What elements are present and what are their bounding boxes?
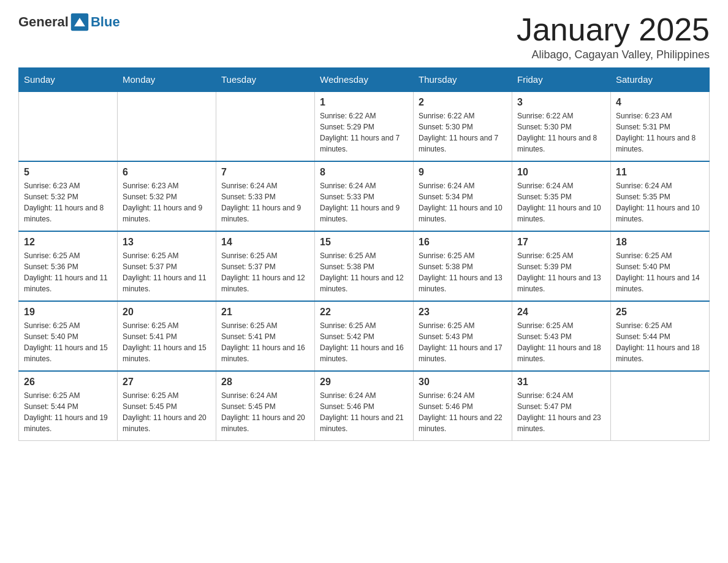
day-info: Sunrise: 6:23 AM Sunset: 5:32 PM Dayligh… — [24, 180, 112, 224]
week-row-3: 12Sunrise: 6:25 AM Sunset: 5:36 PM Dayli… — [19, 231, 710, 301]
day-number: 18 — [616, 237, 704, 248]
day-number: 2 — [419, 97, 507, 108]
logo-blue-text: Blue — [91, 14, 120, 30]
week-row-1: 1Sunrise: 6:22 AM Sunset: 5:29 PM Daylig… — [19, 91, 710, 161]
title-block: January 2025 Alibago, Cagayan Valley, Ph… — [517, 12, 710, 61]
header-thursday: Thursday — [414, 68, 512, 92]
calendar-cell: 1Sunrise: 6:22 AM Sunset: 5:29 PM Daylig… — [315, 91, 414, 161]
page-header: General Blue January 2025 Alibago, Cagay… — [18, 12, 710, 61]
day-info: Sunrise: 6:25 AM Sunset: 5:41 PM Dayligh… — [123, 320, 211, 364]
day-info: Sunrise: 6:25 AM Sunset: 5:43 PM Dayligh… — [517, 320, 605, 364]
day-info: Sunrise: 6:24 AM Sunset: 5:46 PM Dayligh… — [320, 390, 408, 434]
day-info: Sunrise: 6:22 AM Sunset: 5:29 PM Dayligh… — [320, 110, 408, 155]
calendar-cell: 25Sunrise: 6:25 AM Sunset: 5:44 PM Dayli… — [611, 301, 710, 371]
calendar-table: SundayMondayTuesdayWednesdayThursdayFrid… — [18, 67, 710, 441]
calendar-cell: 10Sunrise: 6:24 AM Sunset: 5:35 PM Dayli… — [512, 161, 611, 231]
day-info: Sunrise: 6:24 AM Sunset: 5:33 PM Dayligh… — [221, 180, 309, 224]
day-number: 25 — [616, 307, 704, 318]
day-number: 29 — [320, 377, 408, 388]
logo: General Blue — [18, 12, 120, 32]
day-info: Sunrise: 6:24 AM Sunset: 5:46 PM Dayligh… — [419, 390, 507, 434]
day-info: Sunrise: 6:25 AM Sunset: 5:43 PM Dayligh… — [419, 320, 507, 364]
calendar-cell: 28Sunrise: 6:24 AM Sunset: 5:45 PM Dayli… — [216, 371, 315, 441]
logo-general-text: General — [18, 14, 69, 30]
day-number: 23 — [419, 307, 507, 318]
logo-icon — [70, 12, 89, 32]
day-number: 19 — [24, 307, 112, 318]
day-number: 17 — [517, 237, 605, 248]
header-friday: Friday — [512, 68, 611, 92]
calendar-cell: 14Sunrise: 6:25 AM Sunset: 5:37 PM Dayli… — [216, 231, 315, 301]
header-tuesday: Tuesday — [216, 68, 315, 92]
header-sunday: Sunday — [19, 68, 118, 92]
day-info: Sunrise: 6:25 AM Sunset: 5:36 PM Dayligh… — [24, 250, 112, 294]
week-row-4: 19Sunrise: 6:25 AM Sunset: 5:40 PM Dayli… — [19, 301, 710, 371]
calendar-cell: 23Sunrise: 6:25 AM Sunset: 5:43 PM Dayli… — [414, 301, 512, 371]
calendar-cell: 15Sunrise: 6:25 AM Sunset: 5:38 PM Dayli… — [315, 231, 414, 301]
day-number: 27 — [123, 377, 211, 388]
day-info: Sunrise: 6:25 AM Sunset: 5:44 PM Dayligh… — [24, 390, 112, 434]
day-info: Sunrise: 6:25 AM Sunset: 5:40 PM Dayligh… — [24, 320, 112, 364]
calendar-cell: 24Sunrise: 6:25 AM Sunset: 5:43 PM Dayli… — [512, 301, 611, 371]
day-number: 21 — [221, 307, 309, 318]
day-info: Sunrise: 6:25 AM Sunset: 5:37 PM Dayligh… — [221, 250, 309, 294]
day-number: 28 — [221, 377, 309, 388]
day-number: 6 — [123, 167, 211, 178]
header-monday: Monday — [118, 68, 216, 92]
day-info: Sunrise: 6:25 AM Sunset: 5:38 PM Dayligh… — [320, 250, 408, 294]
calendar-cell: 8Sunrise: 6:24 AM Sunset: 5:33 PM Daylig… — [315, 161, 414, 231]
day-number: 20 — [123, 307, 211, 318]
month-title: January 2025 — [517, 12, 710, 47]
day-info: Sunrise: 6:22 AM Sunset: 5:30 PM Dayligh… — [517, 110, 605, 155]
calendar-cell: 22Sunrise: 6:25 AM Sunset: 5:42 PM Dayli… — [315, 301, 414, 371]
calendar-cell: 31Sunrise: 6:24 AM Sunset: 5:47 PM Dayli… — [512, 371, 611, 441]
day-info: Sunrise: 6:25 AM Sunset: 5:39 PM Dayligh… — [517, 250, 605, 294]
day-number: 4 — [616, 97, 704, 108]
day-info: Sunrise: 6:25 AM Sunset: 5:41 PM Dayligh… — [221, 320, 309, 364]
day-info: Sunrise: 6:24 AM Sunset: 5:35 PM Dayligh… — [616, 180, 704, 224]
calendar-cell: 5Sunrise: 6:23 AM Sunset: 5:32 PM Daylig… — [19, 161, 118, 231]
header-wednesday: Wednesday — [315, 68, 414, 92]
day-number: 3 — [517, 97, 605, 108]
calendar-cell: 20Sunrise: 6:25 AM Sunset: 5:41 PM Dayli… — [118, 301, 216, 371]
day-number: 9 — [419, 167, 507, 178]
calendar-cell: 30Sunrise: 6:24 AM Sunset: 5:46 PM Dayli… — [414, 371, 512, 441]
day-number: 15 — [320, 237, 408, 248]
day-number: 24 — [517, 307, 605, 318]
calendar-cell: 29Sunrise: 6:24 AM Sunset: 5:46 PM Dayli… — [315, 371, 414, 441]
calendar-cell: 11Sunrise: 6:24 AM Sunset: 5:35 PM Dayli… — [611, 161, 710, 231]
day-info: Sunrise: 6:25 AM Sunset: 5:42 PM Dayligh… — [320, 320, 408, 364]
day-number: 31 — [517, 377, 605, 388]
calendar-cell — [19, 91, 118, 161]
calendar-cell: 6Sunrise: 6:23 AM Sunset: 5:32 PM Daylig… — [118, 161, 216, 231]
day-number: 30 — [419, 377, 507, 388]
day-number: 26 — [24, 377, 112, 388]
day-info: Sunrise: 6:24 AM Sunset: 5:47 PM Dayligh… — [517, 390, 605, 434]
calendar-cell: 3Sunrise: 6:22 AM Sunset: 5:30 PM Daylig… — [512, 91, 611, 161]
day-number: 7 — [221, 167, 309, 178]
day-number: 13 — [123, 237, 211, 248]
calendar-cell: 12Sunrise: 6:25 AM Sunset: 5:36 PM Dayli… — [19, 231, 118, 301]
day-info: Sunrise: 6:23 AM Sunset: 5:32 PM Dayligh… — [123, 180, 211, 224]
day-info: Sunrise: 6:24 AM Sunset: 5:33 PM Dayligh… — [320, 180, 408, 224]
day-number: 8 — [320, 167, 408, 178]
day-info: Sunrise: 6:22 AM Sunset: 5:30 PM Dayligh… — [419, 110, 507, 155]
calendar-cell: 9Sunrise: 6:24 AM Sunset: 5:34 PM Daylig… — [414, 161, 512, 231]
day-info: Sunrise: 6:25 AM Sunset: 5:37 PM Dayligh… — [123, 250, 211, 294]
day-number: 10 — [517, 167, 605, 178]
day-number: 16 — [419, 237, 507, 248]
day-info: Sunrise: 6:24 AM Sunset: 5:34 PM Dayligh… — [419, 180, 507, 224]
calendar-cell: 27Sunrise: 6:25 AM Sunset: 5:45 PM Dayli… — [118, 371, 216, 441]
day-number: 14 — [221, 237, 309, 248]
calendar-cell: 18Sunrise: 6:25 AM Sunset: 5:40 PM Dayli… — [611, 231, 710, 301]
day-info: Sunrise: 6:24 AM Sunset: 5:45 PM Dayligh… — [221, 390, 309, 434]
day-number: 22 — [320, 307, 408, 318]
day-info: Sunrise: 6:25 AM Sunset: 5:38 PM Dayligh… — [419, 250, 507, 294]
day-info: Sunrise: 6:25 AM Sunset: 5:40 PM Dayligh… — [616, 250, 704, 294]
calendar-cell: 7Sunrise: 6:24 AM Sunset: 5:33 PM Daylig… — [216, 161, 315, 231]
header-saturday: Saturday — [611, 68, 710, 92]
calendar-cell: 16Sunrise: 6:25 AM Sunset: 5:38 PM Dayli… — [414, 231, 512, 301]
calendar-cell — [118, 91, 216, 161]
calendar-cell: 17Sunrise: 6:25 AM Sunset: 5:39 PM Dayli… — [512, 231, 611, 301]
week-row-2: 5Sunrise: 6:23 AM Sunset: 5:32 PM Daylig… — [19, 161, 710, 231]
